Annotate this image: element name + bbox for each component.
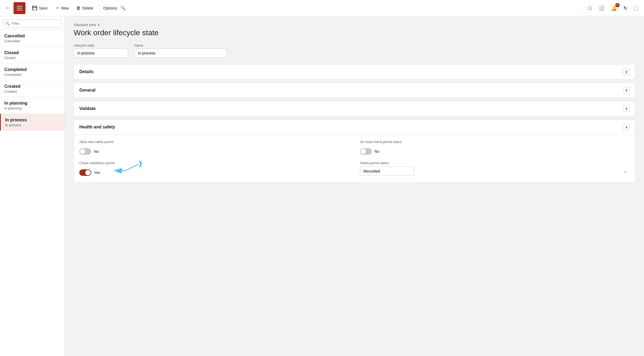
health-safety-chevron-icon: ∧ bbox=[623, 124, 630, 130]
new-button[interactable]: ＋ New bbox=[52, 4, 72, 12]
check-mandatory-toggle[interactable] bbox=[79, 169, 91, 176]
sidebar-list: Cancelled Cancelled Closed Closed Comple… bbox=[0, 30, 65, 356]
health-safety-accordion-header[interactable]: Health and safety ∧ bbox=[74, 120, 635, 134]
validate-accordion-header[interactable]: Validate ∨ bbox=[74, 101, 635, 116]
sidebar-item-subtitle: Cancelled bbox=[4, 39, 60, 43]
view-label: Standard view bbox=[74, 23, 96, 27]
check-mandatory-field: Check mandatory permit Yes bbox=[79, 161, 349, 176]
delete-button[interactable]: 🗑 Delete bbox=[73, 4, 96, 12]
sidebar-item-created[interactable]: Created Created bbox=[0, 80, 65, 97]
notification-badge: 0 bbox=[615, 3, 620, 7]
delete-icon: 🗑 bbox=[76, 6, 81, 11]
page-title: Work order lifecycle state bbox=[74, 28, 635, 37]
sidebar-item-subtitle: In planning bbox=[4, 106, 60, 110]
name-label: Name bbox=[135, 44, 227, 47]
sidebar-item-title: Created bbox=[4, 84, 60, 89]
health-safety-accordion: Health and safety ∧ Allow new safety per… bbox=[74, 119, 635, 183]
sidebar-item-subtitle: Completed bbox=[4, 73, 60, 77]
on-close-no-label: No bbox=[375, 149, 380, 154]
sidebar-item-subtitle: Closed bbox=[4, 56, 60, 60]
back-button[interactable]: ← bbox=[3, 4, 12, 12]
safety-permit-status-select-wrapper: RecordedActiveClosedNone bbox=[360, 167, 630, 176]
chevron-down-icon: ∨ bbox=[97, 23, 100, 27]
name-input[interactable] bbox=[135, 48, 227, 58]
health-safety-accordion-label: Health and safety bbox=[79, 125, 115, 130]
sidebar-item-subtitle: In process bbox=[5, 123, 60, 127]
safety-permit-status-select[interactable]: RecordedActiveClosedNone bbox=[360, 167, 414, 176]
details-chevron-icon: ∨ bbox=[623, 69, 630, 75]
sidebar-item-title: Cancelled bbox=[4, 34, 60, 38]
allow-permit-toggle[interactable] bbox=[79, 148, 91, 155]
toolbar-right: ⬡ ⬜ 🔔 0 ↻ ⬚ bbox=[586, 4, 641, 13]
allow-permit-thumb bbox=[80, 149, 85, 154]
toolbar-separator bbox=[100, 3, 100, 13]
filter-icon: 🔍 bbox=[5, 21, 10, 25]
filter-wrapper: 🔍 bbox=[3, 20, 61, 27]
lifecycle-state-field: Lifecycle state bbox=[74, 44, 128, 58]
check-mandatory-track bbox=[79, 169, 91, 176]
allow-permit-track bbox=[79, 148, 91, 155]
on-close-thumb bbox=[361, 149, 366, 154]
lifecycle-state-label: Lifecycle state bbox=[74, 44, 128, 47]
toolbar: ← 💾 Save ＋ New 🗑 Delete Options 🔍 ⬡ ⬜ 🔔 … bbox=[0, 0, 644, 16]
general-accordion-label: General bbox=[79, 88, 96, 93]
allow-permit-label: Allow new safety permit bbox=[79, 140, 349, 144]
new-icon: ＋ bbox=[55, 5, 60, 11]
sidebar-item-in-planning[interactable]: In planning In planning bbox=[0, 97, 65, 114]
validate-accordion-label: Validate bbox=[79, 106, 96, 111]
save-button[interactable]: 💾 Save bbox=[29, 4, 51, 12]
on-close-label: On close check permit status bbox=[360, 140, 630, 144]
general-accordion: General ∨ bbox=[74, 83, 635, 98]
menu-button[interactable] bbox=[14, 2, 25, 14]
allow-permit-toggle-row: No bbox=[79, 148, 349, 155]
notification-button[interactable]: 🔔 0 bbox=[609, 4, 619, 13]
on-close-track bbox=[360, 148, 372, 155]
sidebar-item-title: Closed bbox=[4, 50, 60, 55]
view-selector[interactable]: Standard view ∨ bbox=[74, 23, 635, 27]
sidebar-item-closed[interactable]: Closed Closed bbox=[0, 47, 65, 63]
check-mandatory-thumb bbox=[85, 170, 91, 175]
sidebar-item-subtitle: Created bbox=[4, 89, 60, 93]
open-button[interactable]: ⬚ bbox=[632, 4, 641, 13]
content-inner: Standard view ∨ Work order lifecycle sta… bbox=[74, 23, 635, 183]
allow-permit-field: Allow new safety permit No bbox=[79, 140, 349, 155]
check-mandatory-label: Check mandatory permit bbox=[79, 161, 349, 165]
sidebar: 🔍 Cancelled Cancelled Closed Closed Comp… bbox=[0, 16, 65, 356]
content-area: Standard view ∨ Work order lifecycle sta… bbox=[65, 16, 644, 356]
options-label: Options bbox=[103, 6, 117, 10]
lifecycle-state-input[interactable] bbox=[74, 48, 128, 58]
on-close-field: On close check permit status No bbox=[360, 140, 630, 155]
allow-permit-no-label: No bbox=[94, 149, 99, 154]
sidebar-item-title: In process bbox=[5, 118, 60, 122]
details-accordion-header[interactable]: Details ∨ bbox=[74, 64, 635, 79]
safety-permit-status-label: Safety permit status bbox=[360, 161, 630, 165]
on-close-toggle[interactable] bbox=[360, 148, 372, 155]
general-chevron-icon: ∨ bbox=[623, 87, 630, 93]
name-field: Name bbox=[135, 44, 227, 58]
health-safety-grid: Allow new safety permit No bbox=[79, 140, 630, 176]
check-mandatory-toggle-row: Yes bbox=[79, 169, 349, 176]
safety-permit-status-field: Safety permit status RecordedActiveClose… bbox=[360, 161, 630, 176]
eraser-button[interactable]: ⬡ bbox=[586, 4, 594, 13]
validate-accordion: Validate ∨ bbox=[74, 101, 635, 116]
check-mandatory-yes-label: Yes bbox=[94, 170, 100, 175]
health-safety-accordion-content: Allow new safety permit No bbox=[74, 134, 635, 182]
sidebar-item-completed[interactable]: Completed Completed bbox=[0, 63, 65, 80]
details-accordion: Details ∨ bbox=[74, 64, 635, 79]
sidebar-item-cancelled[interactable]: Cancelled Cancelled bbox=[0, 30, 65, 47]
refresh-button[interactable]: ↻ bbox=[621, 4, 630, 13]
form-row: Lifecycle state Name bbox=[74, 44, 635, 58]
general-accordion-header[interactable]: General ∨ bbox=[74, 83, 635, 98]
sidebar-item-in-process[interactable]: In process In process bbox=[0, 114, 65, 131]
save-icon: 💾 bbox=[32, 5, 37, 11]
filter-input[interactable] bbox=[3, 20, 61, 27]
search-button[interactable]: 🔍 bbox=[118, 4, 128, 12]
office-button[interactable]: ⬜ bbox=[596, 4, 607, 13]
main-layout: 🔍 Cancelled Cancelled Closed Closed Comp… bbox=[0, 16, 644, 356]
sidebar-item-title: In planning bbox=[4, 101, 60, 106]
sidebar-item-title: Completed bbox=[4, 67, 60, 72]
on-close-toggle-row: No bbox=[360, 148, 630, 155]
details-accordion-label: Details bbox=[79, 69, 93, 74]
validate-chevron-icon: ∨ bbox=[623, 106, 630, 112]
sidebar-filter-wrapper: 🔍 bbox=[0, 16, 65, 30]
